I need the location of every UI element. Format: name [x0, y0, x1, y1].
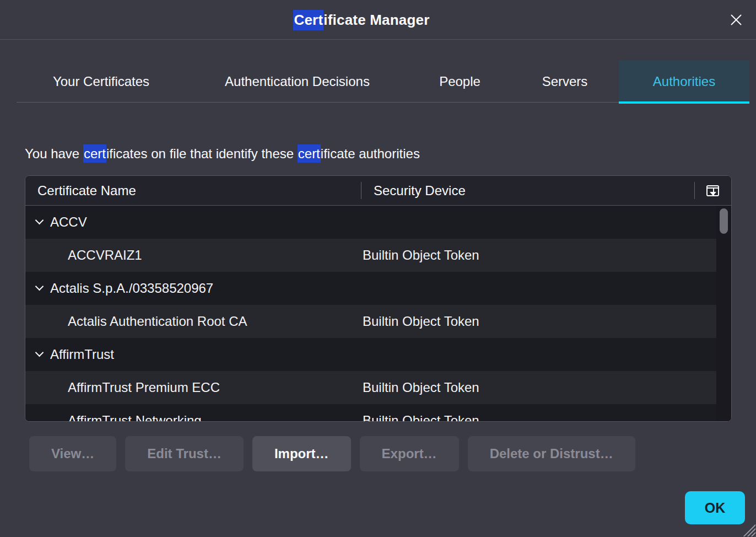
column-separator — [361, 182, 361, 199]
tab-label: Authorities — [653, 74, 715, 89]
text-run: You have — [25, 146, 83, 161]
edit-trust-button[interactable]: Edit Trust… — [125, 436, 244, 471]
tab-your-certificates[interactable]: Your Certificates — [17, 61, 186, 102]
column-picker-button[interactable] — [700, 182, 725, 199]
certificate-name-text: AffirmTrust — [50, 347, 114, 362]
certificate-name-cell: AffirmTrust Networking — [25, 404, 361, 421]
column-separator — [694, 182, 695, 199]
resize-grip[interactable] — [742, 523, 755, 536]
tab-people[interactable]: People — [409, 61, 511, 102]
certificate-name-text: ACCV — [50, 214, 87, 230]
table-row-affirmtrust[interactable]: AffirmTrust — [25, 338, 731, 371]
ok-button[interactable]: OK — [685, 491, 745, 524]
action-button-row: View…Edit Trust…Import…Export…Delete or … — [29, 436, 727, 471]
table-row-actalis-s-p-a-03358520967[interactable]: Actalis S.p.A./03358520967 — [25, 272, 731, 305]
tab-label: Servers — [542, 74, 588, 89]
certificate-name-text: Actalis Authentication Root CA — [68, 314, 247, 329]
certificate-name-text: AffirmTrust Premium ECC — [68, 380, 220, 395]
certificate-name-cell: ACCV — [25, 206, 361, 239]
table-row-accvraiz1[interactable]: ACCVRAIZ1Builtin Object Token — [25, 239, 731, 272]
delete-or-distrust-button[interactable]: Delete or Distrust… — [468, 436, 635, 471]
text-run: ificates on file that identify these — [106, 146, 298, 161]
dialog-titlebar: Certificate Manager — [0, 0, 756, 40]
description-text: You have certificates on file that ident… — [25, 144, 731, 163]
column-header-security-device[interactable]: Security Device — [361, 183, 731, 198]
certificate-table: Certificate Name Security Device ACCVACC… — [25, 175, 732, 422]
import-button[interactable]: Import… — [252, 436, 351, 471]
find-highlight: cert — [83, 144, 106, 163]
certificate-name-cell: AffirmTrust — [25, 338, 361, 371]
certificate-name-cell: Actalis S.p.A./03358520967 — [25, 272, 361, 305]
certificate-name-text: ACCVRAIZ1 — [68, 248, 142, 263]
dialog-title: Certificate Manager — [0, 0, 723, 40]
tab-label: Authentication Decisions — [225, 74, 370, 89]
scrollbar-track[interactable] — [716, 206, 731, 421]
view-button[interactable]: View… — [29, 436, 116, 471]
tab-label: People — [439, 74, 480, 89]
export-button[interactable]: Export… — [360, 436, 459, 471]
table-row-affirmtrust-networking[interactable]: AffirmTrust NetworkingBuiltin Object Tok… — [25, 404, 731, 421]
certificate-name-text: Actalis S.p.A./03358520967 — [50, 281, 213, 296]
chevron-down-icon[interactable] — [35, 282, 44, 291]
column-header-certificate-name[interactable]: Certificate Name — [25, 183, 361, 198]
tab-servers[interactable]: Servers — [511, 61, 619, 102]
scrollbar-thumb[interactable] — [720, 208, 728, 234]
table-header: Certificate Name Security Device — [25, 176, 731, 206]
security-device-cell: Builtin Object Token — [361, 248, 731, 263]
tab-authentication-decisions[interactable]: Authentication Decisions — [186, 61, 409, 102]
certificate-name-cell: Actalis Authentication Root CA — [25, 305, 361, 338]
security-device-cell: Builtin Object Token — [361, 314, 731, 329]
certificate-name-cell: ACCVRAIZ1 — [25, 239, 361, 272]
chevron-down-icon[interactable] — [35, 216, 44, 225]
chevron-down-icon[interactable] — [35, 348, 44, 357]
find-highlight: cert — [298, 144, 321, 163]
table-row-actalis-authentication-root-ca[interactable]: Actalis Authentication Root CABuiltin Ob… — [25, 305, 731, 338]
text-run: ificate authorities — [321, 146, 420, 161]
close-button[interactable] — [727, 11, 745, 29]
tab-authorities[interactable]: Authorities — [619, 61, 749, 102]
table-row-accv[interactable]: ACCV — [25, 206, 731, 239]
certificate-name-cell: AffirmTrust Premium ECC — [25, 371, 361, 404]
find-highlight: Cert — [293, 10, 323, 30]
tab-label: Your Certificates — [53, 74, 149, 89]
table-row-affirmtrust-premium-ecc[interactable]: AffirmTrust Premium ECCBuiltin Object To… — [25, 371, 731, 404]
text-run: ificate Manager — [323, 12, 429, 29]
certificate-name-text: AffirmTrust Networking — [68, 413, 202, 421]
security-device-cell: Builtin Object Token — [361, 413, 731, 421]
tab-strip: Your CertificatesAuthentication Decision… — [17, 61, 749, 103]
column-picker-icon — [706, 185, 719, 196]
table-body: ACCVACCVRAIZ1Builtin Object TokenActalis… — [25, 206, 731, 421]
security-device-cell: Builtin Object Token — [361, 380, 731, 395]
